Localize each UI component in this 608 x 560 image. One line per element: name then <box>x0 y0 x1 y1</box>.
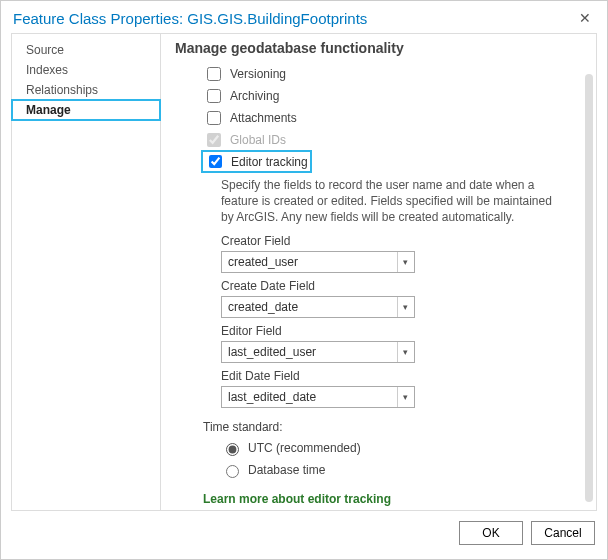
checkbox-editor-tracking[interactable] <box>209 155 222 168</box>
scrollbar-vertical[interactable] <box>585 74 593 502</box>
learn-more-link[interactable]: Learn more about editor tracking <box>203 492 582 506</box>
radio-label: UTC (recommended) <box>248 441 361 455</box>
radio-input-db[interactable] <box>226 465 239 478</box>
sidebar-item-indexes[interactable]: Indexes <box>12 60 160 80</box>
combo-create-date-field[interactable]: created_date ▾ <box>221 296 415 318</box>
sidebar-item-source[interactable]: Source <box>12 40 160 60</box>
field-group-create-date: Create Date Field created_date ▾ <box>221 279 582 318</box>
field-label: Edit Date Field <box>221 369 582 383</box>
field-group-creator: Creator Field created_user ▾ <box>221 234 582 273</box>
ok-button[interactable]: OK <box>459 521 523 545</box>
check-label: Versioning <box>230 67 286 81</box>
checkbox-global-ids <box>207 133 221 147</box>
checkbox-attachments[interactable] <box>207 111 221 125</box>
radio-label: Database time <box>248 463 325 477</box>
window-title: Feature Class Properties: GIS.GIS.Buildi… <box>13 10 367 27</box>
chevron-down-icon: ▾ <box>397 297 408 317</box>
check-editor-tracking[interactable]: Editor tracking <box>203 152 310 171</box>
checkbox-versioning[interactable] <box>207 67 221 81</box>
button-bar: OK Cancel <box>1 511 607 555</box>
check-attachments[interactable]: Attachments <box>203 108 582 128</box>
field-label: Editor Field <box>221 324 582 338</box>
chevron-down-icon: ▾ <box>397 387 408 407</box>
sidebar-item-relationships[interactable]: Relationships <box>12 80 160 100</box>
field-label: Creator Field <box>221 234 582 248</box>
checkbox-archiving[interactable] <box>207 89 221 103</box>
section-title: Manage geodatabase functionality <box>175 40 582 56</box>
chevron-down-icon: ▾ <box>397 252 408 272</box>
chevron-down-icon: ▾ <box>397 342 408 362</box>
check-label: Attachments <box>230 111 297 125</box>
combo-value: last_edited_date <box>228 390 316 404</box>
dialog-body: Source Indexes Relationships Manage Mana… <box>1 33 607 511</box>
radio-database-time[interactable]: Database time <box>221 462 582 478</box>
combo-editor-field[interactable]: last_edited_user ▾ <box>221 341 415 363</box>
field-group-editor: Editor Field last_edited_user ▾ <box>221 324 582 363</box>
field-label: Create Date Field <box>221 279 582 293</box>
combo-edit-date-field[interactable]: last_edited_date ▾ <box>221 386 415 408</box>
field-group-edit-date: Edit Date Field last_edited_date ▾ <box>221 369 582 408</box>
time-standard-label: Time standard: <box>203 420 582 434</box>
combo-value: created_user <box>228 255 298 269</box>
check-versioning[interactable]: Versioning <box>203 64 582 84</box>
sidebar: Source Indexes Relationships Manage <box>11 33 161 511</box>
title-bar: Feature Class Properties: GIS.GIS.Buildi… <box>1 1 607 33</box>
radio-utc[interactable]: UTC (recommended) <box>221 440 582 456</box>
check-archiving[interactable]: Archiving <box>203 86 582 106</box>
combo-creator-field[interactable]: created_user ▾ <box>221 251 415 273</box>
sidebar-item-manage[interactable]: Manage <box>12 100 160 120</box>
cancel-button[interactable]: Cancel <box>531 521 595 545</box>
check-label: Global IDs <box>230 133 286 147</box>
check-global-ids: Global IDs <box>203 130 582 150</box>
check-label: Archiving <box>230 89 279 103</box>
radio-input-utc[interactable] <box>226 443 239 456</box>
close-icon[interactable]: ✕ <box>573 8 597 28</box>
combo-value: last_edited_user <box>228 345 316 359</box>
combo-value: created_date <box>228 300 298 314</box>
main-panel: Manage geodatabase functionality Version… <box>161 33 597 511</box>
editor-tracking-description: Specify the fields to record the user na… <box>221 177 564 226</box>
check-label: Editor tracking <box>231 155 308 169</box>
